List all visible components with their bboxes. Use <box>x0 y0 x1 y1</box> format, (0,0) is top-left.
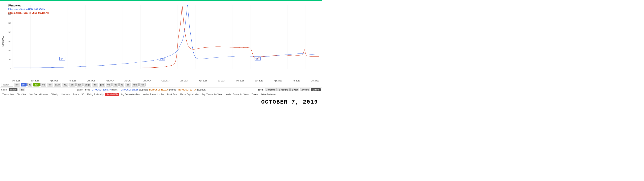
svg-text:15G: 15G <box>8 40 11 42</box>
x-label-jan2019: Jan 2019 <box>255 80 263 82</box>
x-label-jan2017: Jan 2017 <box>106 80 114 82</box>
metric-tweets[interactable]: Tweets <box>250 93 259 96</box>
x-label-jan2016: Jan 2016 <box>31 80 39 82</box>
svg-text:20G: 20G <box>8 31 11 33</box>
x-label-apr2019: Apr 2019 <box>274 80 282 82</box>
zoom-3m-btn[interactable]: 3 months <box>265 88 277 91</box>
metric-mediantxval[interactable]: Median Transaction Value <box>224 93 250 96</box>
x-label-oct2017: Oct 2017 <box>162 80 170 82</box>
coin-btc[interactable]: btc <box>14 83 20 86</box>
coin-nmc[interactable]: nmc <box>132 83 139 86</box>
x-label-apr2017: Apr 2017 <box>124 80 132 82</box>
coin-dash[interactable]: dash <box>54 83 62 86</box>
coin-etc[interactable]: etc <box>47 83 53 86</box>
x-label-jan2018: Jan 2018 <box>180 80 188 82</box>
coin-vtc[interactable]: vtc <box>106 83 112 86</box>
zoom-2y-btn[interactable]: 2 years <box>300 88 310 91</box>
metric-priceusd[interactable]: Price in USD <box>72 93 85 96</box>
price-bch-hitbtc: BCH/USD: 237.075 <box>149 88 169 91</box>
coin-ftc[interactable]: ftc <box>119 83 124 86</box>
x-axis-labels: Oct 2015 Jan 2016 Apr 2016 Jul 2016 Oct … <box>2 79 320 82</box>
footer-date: OCTOBER 7, 2019 <box>261 99 318 105</box>
coin-bch[interactable]: bch <box>33 83 40 86</box>
metric-activeaddr[interactable]: Active Addresses <box>260 93 278 96</box>
metric-mediantxfee[interactable]: Median Transaction Fee <box>142 93 166 96</box>
svg-text:Sent in USD: Sent in USD <box>2 36 4 47</box>
metric-hashrate[interactable]: Hashrate <box>60 93 71 96</box>
scale-label: Scale: <box>1 88 8 91</box>
coin-btg[interactable]: btg <box>92 83 98 86</box>
metric-marketcap[interactable]: Market Capitalization <box>179 93 200 96</box>
metric-sentusd[interactable]: Sent in USD <box>105 93 119 96</box>
zoom-6m-btn[interactable]: 6 months <box>278 88 290 91</box>
x-label-jul2017: Jul 2017 <box>143 80 151 82</box>
svg-text:10G: 10G <box>8 49 11 51</box>
zoom-1y-btn[interactable]: 1 year <box>290 88 300 91</box>
metric-avgtxval[interactable]: Avg. Transaction Value <box>201 93 224 96</box>
coin-ltc[interactable]: ltc <box>27 83 32 86</box>
coin-rdd[interactable]: rdd <box>112 83 118 86</box>
svg-text:5G: 5G <box>9 58 11 60</box>
metric-miningprof[interactable]: Mining Profitability <box>86 93 105 96</box>
coin-bsv[interactable]: bsv <box>62 83 68 86</box>
chart-svg: Sent in USD 35G 30G 25G 20G 15G 10G 5G 0 <box>2 3 320 79</box>
svg-text:30G: 30G <box>8 13 11 15</box>
scale-row: Scale: linear log Latest Prices: ETH/USD… <box>0 88 322 92</box>
metrics-row: Transactions Block Size Sent from addres… <box>0 92 322 97</box>
metric-transactions[interactable]: Transactions <box>1 93 15 96</box>
x-label-oct2018: Oct 2018 <box>236 80 244 82</box>
scale-log-btn[interactable]: log <box>19 88 25 91</box>
metric-blocksize[interactable]: Block Size <box>16 93 28 96</box>
x-label-apr2018: Apr 2018 <box>199 80 207 82</box>
metric-sentfrom[interactable]: Sent from addresses <box>28 93 49 96</box>
zoom-all-btn[interactable]: all time <box>311 88 321 91</box>
coin-blk[interactable]: blk <box>125 83 131 86</box>
x-label-jul2018: Jul 2018 <box>218 80 226 82</box>
x-label-oct2016: Oct 2016 <box>87 80 95 82</box>
chart-container: 2019/10/07: Ethereum - Sent in USD: 249.… <box>0 1 322 82</box>
controls-row: btc eth ltc bch xrp etc dash bsv xmr zec… <box>0 82 322 88</box>
price-eth-hitbtc: ETH/USD: 179.037 <box>92 88 111 91</box>
svg-text:25G: 25G <box>8 22 11 24</box>
date-footer: OCTOBER 7, 2019 <box>0 97 322 107</box>
metric-difficulty[interactable]: Difficulty <box>50 93 60 96</box>
chart-area: Sent in USD 35G 30G 25G 20G 15G 10G 5G 0 <box>2 3 320 79</box>
svg-text:35G: 35G <box>8 4 11 6</box>
metric-blocktime[interactable]: Block Time <box>166 93 178 96</box>
zoom-section: Zoom: 3 months 6 months 1 year 2 years a… <box>258 88 321 91</box>
x-label-jul2016: Jul 2016 <box>69 80 76 82</box>
zoom-label: Zoom: <box>258 88 264 91</box>
x-label-oct2015: Oct 2015 <box>12 80 20 82</box>
x-label-oct2019: Oct 2019 <box>311 80 319 82</box>
coin-doge[interactable]: doge <box>84 83 91 86</box>
coin-nvc[interactable]: nvc <box>140 83 146 86</box>
svg-text:ETH: ETH <box>60 58 64 60</box>
coin-xrp[interactable]: xrp <box>40 83 46 86</box>
x-label-apr2016: Apr 2016 <box>50 80 58 82</box>
coin-zec[interactable]: zec <box>76 83 83 86</box>
svg-text:0: 0 <box>10 67 11 70</box>
x-label-jul2019: Jul 2019 <box>292 80 300 82</box>
scale-linear-btn[interactable]: linear <box>9 88 18 91</box>
coin-xmr[interactable]: xmr <box>69 83 76 86</box>
metric-avgtxfee[interactable]: Avg. Transaction Fee <box>119 93 141 96</box>
price-bch-p2pb2b: BCH/USD: 227.75 <box>178 88 196 91</box>
price-info: Latest Prices: ETH/USD: 179.037 (hitbtc)… <box>26 88 256 91</box>
price-eth-p2pb2b: ETH/USD: 179.55 <box>120 88 138 91</box>
search-input[interactable] <box>1 83 13 86</box>
coin-eth[interactable]: eth <box>21 83 26 86</box>
coin-ppc[interactable]: ppc <box>99 83 105 86</box>
